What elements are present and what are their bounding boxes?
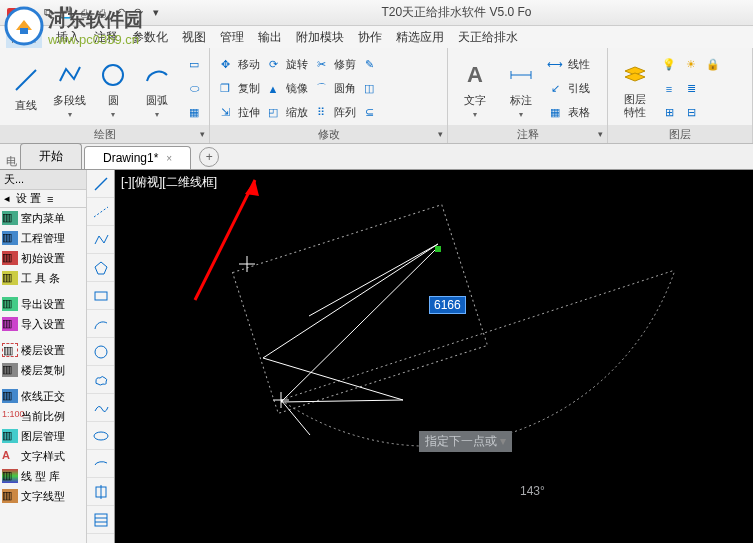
tab-insert[interactable]: 插入 [56, 29, 80, 46]
svg-line-24 [281, 400, 310, 435]
ts-arc-icon[interactable] [87, 310, 114, 338]
linear-dim-icon[interactable]: ⟷ [546, 56, 564, 74]
dimension-button[interactable]: 标注▾ [500, 59, 542, 119]
pal-item-floor-set[interactable]: ▥楼层设置 [0, 340, 86, 360]
ts-rect-icon[interactable] [87, 282, 114, 310]
tab-addins[interactable]: 附加模块 [296, 29, 344, 46]
table-icon[interactable]: ▦ [546, 104, 564, 122]
arc-button[interactable]: 圆弧▾ [137, 59, 177, 119]
panel-annotation: A 文字▾ 标注▾ ⟷线性 ↙引线 ▦表格 注释 ▾ [448, 48, 608, 143]
layer-freeze-icon[interactable]: ☀ [682, 56, 700, 74]
tab-collab[interactable]: 协作 [358, 29, 382, 46]
text-button[interactable]: A 文字▾ [454, 59, 496, 119]
tab-manage[interactable]: 管理 [220, 29, 244, 46]
layer-state-icon[interactable]: 💡 [660, 56, 678, 74]
pal-item-toolbar[interactable]: ▥工 具 条 [0, 268, 86, 288]
palette-head[interactable]: ◂ 设 置 ≡ [0, 190, 86, 208]
tab-tianzheng[interactable]: 天正给排水 [458, 29, 518, 46]
saveas-icon[interactable]: ⎙ [76, 5, 92, 21]
svg-line-1 [16, 70, 36, 90]
svg-point-10 [95, 346, 107, 358]
ts-circle-icon[interactable] [87, 338, 114, 366]
panel-layer: 图层特性 💡☀🔒 ≡≣ ⊞⊟ 图层 [608, 48, 753, 143]
svg-point-2 [103, 65, 123, 85]
tab-default[interactable]: 默认 [6, 27, 42, 48]
layer-properties-button[interactable]: 图层特性 [614, 59, 656, 117]
ts-hatch-icon[interactable] [87, 506, 114, 534]
tab-featured[interactable]: 精选应用 [396, 29, 444, 46]
move-icon[interactable]: ✥ [216, 56, 234, 74]
pal-item-export[interactable]: ▥导出设置 [0, 294, 86, 314]
ts-line-icon[interactable] [87, 170, 114, 198]
rotate-icon[interactable]: ⟳ [264, 56, 282, 74]
rectangle-icon[interactable]: ▭ [185, 56, 203, 74]
palette-title: 天... [0, 170, 86, 190]
tab-start[interactable]: 开始 [20, 143, 82, 169]
copy-icon[interactable]: ❐ [216, 80, 234, 98]
scale-icon[interactable]: ◰ [264, 104, 282, 122]
layer-tool4-icon[interactable]: ⊟ [682, 104, 700, 122]
pal-item-indoor[interactable]: ▥室内菜单 [0, 208, 86, 228]
undo-icon[interactable]: ↶ [112, 5, 128, 21]
redo-icon[interactable]: ↷ [130, 5, 146, 21]
pal-item-scale[interactable]: 1:100当前比例 [0, 406, 86, 426]
pal-item-floor-copy[interactable]: ▥楼层复制 [0, 360, 86, 380]
layer-lock-icon[interactable]: 🔒 [704, 56, 722, 74]
new-icon[interactable]: ▫ [22, 5, 38, 21]
circle-button[interactable]: 圆▾ [94, 59, 134, 119]
array-icon[interactable]: ⠿ [312, 104, 330, 122]
tab-annotate[interactable]: 注释 [94, 29, 118, 46]
pal-item-project[interactable]: ▥工程管理 [0, 228, 86, 248]
svg-marker-8 [95, 262, 107, 274]
save-icon[interactable]: 💾 [58, 5, 74, 21]
pal-item-import[interactable]: ▥导入设置 [0, 314, 86, 334]
app-menu-icon[interactable] [4, 5, 20, 21]
open-icon[interactable]: ⧉ [40, 5, 56, 21]
ts-ellipsearc-icon[interactable] [87, 450, 114, 478]
tab-view[interactable]: 视图 [182, 29, 206, 46]
layer-tool1-icon[interactable]: ≡ [660, 80, 678, 98]
line-button[interactable]: 直线 [6, 64, 46, 113]
tab-parametric[interactable]: 参数化 [132, 29, 168, 46]
ellipse-icon[interactable]: ⬭ [185, 80, 203, 98]
svg-rect-14 [95, 514, 107, 526]
ts-xline-icon[interactable] [87, 198, 114, 226]
ts-polyline-icon[interactable] [87, 226, 114, 254]
ts-insert-icon[interactable] [87, 478, 114, 506]
hatch-icon[interactable]: ▦ [185, 104, 203, 122]
trim-icon[interactable]: ✂ [312, 56, 330, 74]
explode-icon[interactable]: ◫ [360, 80, 378, 98]
pal-item-init[interactable]: ▥初始设置 [0, 248, 86, 268]
leader-icon[interactable]: ↙ [546, 80, 564, 98]
svg-line-18 [281, 270, 675, 400]
layer-tool2-icon[interactable]: ≣ [682, 80, 700, 98]
panel-modify: ✥移动 ❐复制 ⇲拉伸 ⟳旋转 ▲镜像 ◰缩放 ✂修剪 ⌒圆角 ⠿阵列 ✎ ◫ … [210, 48, 448, 143]
polyline-icon [54, 59, 86, 91]
pal-item-linetype[interactable]: ▥线 型 库 [0, 466, 86, 486]
stretch-icon[interactable]: ⇲ [216, 104, 234, 122]
panel-draw: 直线 多段线▾ 圆▾ 圆弧▾ ▭ ⬭ ▦ 绘图 ▾ [0, 48, 210, 143]
ts-ellipse-icon[interactable] [87, 422, 114, 450]
tab-drawing1[interactable]: Drawing1*× [84, 146, 191, 169]
ts-spline-icon[interactable] [87, 394, 114, 422]
polyline-button[interactable]: 多段线▾ [50, 59, 90, 119]
dimension-input[interactable]: 6166 [429, 296, 466, 314]
pal-item-textstyle[interactable]: A文字样式 [0, 446, 86, 466]
fillet-icon[interactable]: ⌒ [312, 80, 330, 98]
new-tab-button[interactable]: + [199, 147, 219, 167]
layer-tool3-icon[interactable]: ⊞ [660, 104, 678, 122]
mirror-icon[interactable]: ▲ [264, 80, 282, 98]
pal-item-layermgr[interactable]: ▥图层管理 [0, 426, 86, 446]
print-icon[interactable]: ⎙ [94, 5, 110, 21]
ts-revcloud-icon[interactable] [87, 366, 114, 394]
close-icon[interactable]: × [166, 153, 172, 164]
ts-polygon-icon[interactable] [87, 254, 114, 282]
tab-output[interactable]: 输出 [258, 29, 282, 46]
erase-icon[interactable]: ✎ [360, 56, 378, 74]
offset-icon[interactable]: ⊆ [360, 104, 378, 122]
pal-item-ortho[interactable]: ▥依线正交 [0, 386, 86, 406]
pal-item-textline[interactable]: ▥文字线型 [0, 486, 86, 506]
drawing-canvas[interactable]: [-][俯视][二维线框] 6166 指定下一点或 ▾ 143° [115, 170, 753, 543]
tab-scroll-left[interactable]: 电 [6, 154, 20, 169]
qat-dropdown-icon[interactable]: ▾ [148, 5, 164, 21]
